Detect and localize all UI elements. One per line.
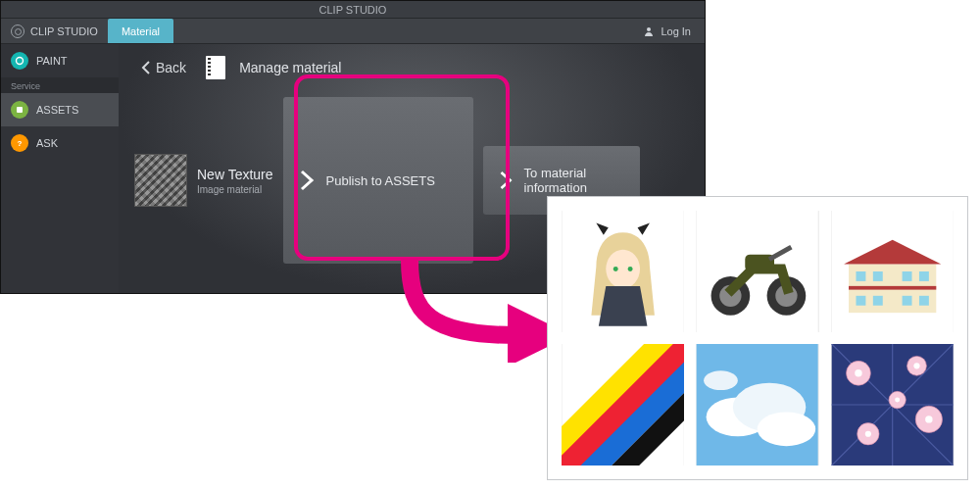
svg-point-1 — [17, 58, 24, 65]
svg-point-38 — [913, 363, 919, 368]
sidebar: PAINT Service ASSETS ? ASK — [1, 44, 119, 293]
sidebar-item-label: ASK — [36, 137, 58, 149]
top-toolbar: CLIP STUDIO Material Log In — [1, 19, 705, 44]
svg-point-39 — [925, 416, 932, 422]
svg-point-0 — [647, 27, 651, 31]
paint-icon — [11, 52, 28, 70]
svg-point-41 — [895, 398, 900, 403]
publish-label: Publish to ASSETS — [326, 173, 435, 188]
login-button[interactable]: Log In — [629, 25, 705, 37]
login-label: Log In — [661, 25, 691, 37]
sidebar-item-ask[interactable]: ? ASK — [1, 126, 119, 160]
svg-point-6 — [613, 267, 618, 271]
brand: CLIP STUDIO — [1, 24, 108, 38]
sidebar-item-paint[interactable]: PAINT — [1, 44, 119, 77]
svg-rect-2 — [17, 107, 23, 113]
gallery-item-motorcycle[interactable] — [696, 211, 818, 332]
tab-material[interactable]: Material — [108, 19, 173, 43]
back-label: Back — [156, 60, 186, 75]
brand-label: CLIP STUDIO — [30, 25, 98, 37]
back-button[interactable]: Back — [134, 56, 192, 79]
brand-logo-icon — [11, 24, 24, 38]
svg-rect-24 — [919, 296, 929, 306]
material-thumbnail — [134, 154, 187, 207]
info-label: To material information — [524, 166, 626, 195]
breadcrumb: Back Manage material — [134, 56, 689, 79]
svg-rect-23 — [902, 296, 911, 306]
assets-icon — [11, 101, 28, 119]
page-title: Manage material — [239, 60, 341, 75]
gallery-item-anime-girl[interactable] — [562, 211, 684, 332]
svg-rect-16 — [849, 286, 936, 290]
svg-point-30 — [704, 370, 738, 390]
user-icon — [643, 25, 655, 37]
svg-rect-21 — [856, 296, 865, 306]
sidebar-item-label: ASSETS — [36, 104, 78, 116]
svg-text:?: ? — [18, 139, 23, 148]
window-titlebar: CLIP STUDIO — [1, 1, 705, 19]
chevron-right-icon — [497, 170, 514, 191]
material-name: New Texture — [197, 167, 273, 182]
svg-point-37 — [855, 369, 861, 376]
material-page-icon — [206, 56, 225, 79]
svg-rect-22 — [872, 296, 882, 306]
svg-rect-18 — [872, 271, 882, 281]
sidebar-section-service: Service — [1, 77, 119, 93]
svg-rect-19 — [902, 271, 911, 281]
assets-gallery — [547, 196, 968, 480]
svg-point-29 — [758, 412, 816, 446]
material-preview: New Texture Image material — [134, 154, 273, 207]
publish-to-assets-card[interactable]: Publish to ASSETS — [283, 97, 473, 264]
ask-icon: ? — [11, 134, 28, 152]
gallery-item-paint-stripes[interactable] — [562, 344, 684, 466]
material-type: Image material — [197, 184, 273, 195]
svg-point-40 — [864, 431, 870, 437]
svg-rect-17 — [856, 271, 865, 281]
chevron-left-icon — [140, 61, 152, 74]
chevron-right-icon — [297, 169, 317, 192]
svg-rect-20 — [919, 271, 929, 281]
gallery-item-clouds[interactable] — [696, 344, 818, 466]
sidebar-item-assets[interactable]: ASSETS — [1, 93, 119, 126]
svg-point-7 — [628, 267, 633, 271]
gallery-item-building[interactable] — [831, 211, 954, 332]
gallery-item-floral-pattern[interactable] — [831, 344, 954, 466]
svg-point-5 — [606, 250, 640, 289]
sidebar-item-label: PAINT — [36, 55, 68, 67]
